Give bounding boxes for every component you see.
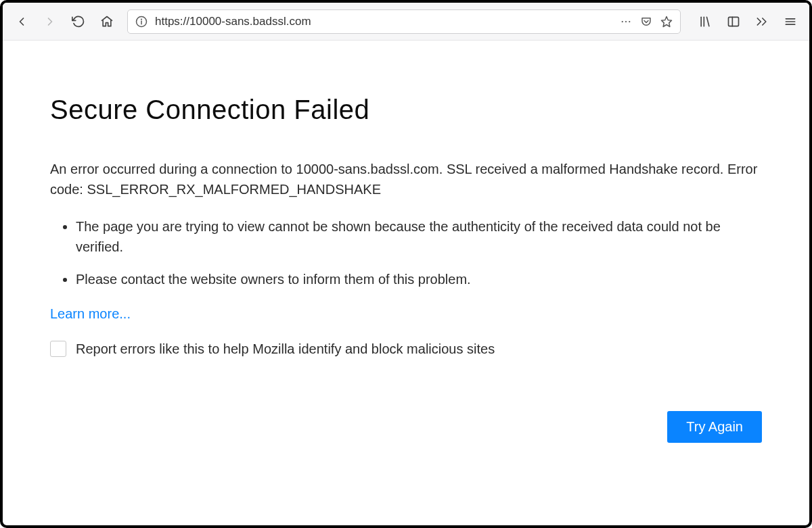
report-checkbox[interactable]: [50, 341, 66, 357]
back-button[interactable]: [9, 9, 34, 34]
svg-point-4: [625, 20, 627, 22]
svg-rect-10: [729, 17, 739, 26]
list-item: The page you are trying to view cannot b…: [76, 216, 762, 257]
url-bar[interactable]: https://10000-sans.badssl.com: [127, 9, 681, 34]
svg-point-3: [622, 20, 623, 22]
overflow-icon[interactable]: [750, 9, 774, 34]
learn-more-link[interactable]: Learn more...: [50, 306, 131, 321]
pocket-icon[interactable]: [639, 15, 653, 28]
svg-point-5: [629, 20, 630, 22]
reload-button[interactable]: [66, 9, 91, 34]
error-page: Secure Connection Failed An error occurr…: [3, 41, 809, 525]
report-row: Report errors like this to help Mozilla …: [50, 341, 762, 357]
menu-icon[interactable]: [778, 9, 803, 34]
svg-line-9: [707, 17, 709, 26]
url-text: https://10000-sans.badssl.com: [155, 15, 612, 28]
error-reasons: The page you are trying to view cannot b…: [50, 216, 762, 289]
report-label: Report errors like this to help Mozilla …: [76, 341, 495, 357]
bookmark-star-icon[interactable]: [660, 15, 673, 28]
list-item: Please contact the website owners to inf…: [76, 269, 762, 289]
sidebar-icon[interactable]: [721, 9, 746, 34]
home-button[interactable]: [95, 9, 119, 34]
page-actions-icon[interactable]: [619, 15, 633, 28]
svg-marker-6: [662, 16, 672, 26]
browser-toolbar: https://10000-sans.badssl.com: [3, 3, 809, 41]
info-icon[interactable]: [135, 15, 148, 28]
try-again-button[interactable]: Try Again: [667, 411, 762, 443]
library-icon[interactable]: [693, 9, 717, 34]
error-title: Secure Connection Failed: [50, 95, 762, 125]
svg-point-2: [141, 19, 142, 20]
forward-button[interactable]: [38, 9, 62, 34]
error-description: An error occurred during a connection to…: [50, 159, 762, 199]
